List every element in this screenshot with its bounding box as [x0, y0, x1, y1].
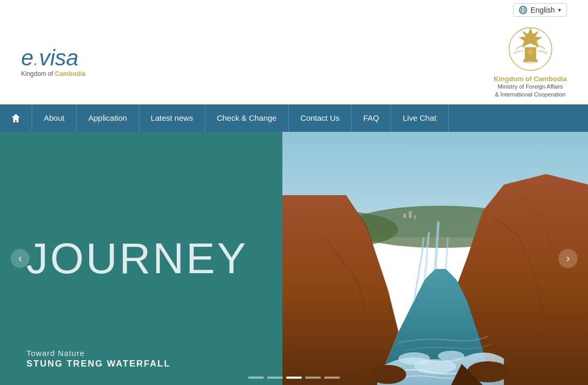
svg-rect-16 [403, 214, 405, 218]
svg-rect-18 [414, 215, 415, 219]
nav-faq[interactable]: FAQ [352, 104, 391, 132]
carousel-dot-2[interactable] [267, 377, 283, 379]
waterfall-image [282, 132, 588, 385]
svg-point-22 [369, 365, 406, 384]
site-header: e.visa Kingdom of Cambodia [0, 20, 588, 104]
royal-emblem: Kingdom of Cambodia Ministry of Foreign … [494, 25, 567, 99]
logo-subtitle: Kingdom of Cambodia [21, 70, 86, 78]
emblem-subtitle-line2: & International Cooperation [495, 91, 566, 99]
main-nav: About Application Latest news Check & Ch… [0, 104, 588, 132]
cambodia-emblem-icon [507, 25, 554, 73]
carousel-dot-4[interactable] [305, 377, 321, 379]
svg-point-9 [528, 50, 533, 54]
language-selector[interactable]: English ▾ [513, 3, 567, 17]
carousel-dots [248, 377, 340, 379]
svg-point-11 [531, 51, 532, 52]
emblem-title: Kingdom of Cambodia [494, 75, 567, 83]
site-logo[interactable]: e.visa Kingdom of Cambodia [21, 47, 86, 78]
svg-rect-17 [409, 211, 411, 218]
nav-contact-us[interactable]: Contact Us [289, 104, 352, 132]
hero-right-panel [282, 132, 588, 385]
hero-caption-subtitle: Toward Nature [26, 349, 170, 358]
svg-point-10 [529, 51, 530, 52]
logo-text: e.visa [21, 47, 86, 69]
carousel-dot-5[interactable] [324, 377, 340, 379]
lang-label: English [530, 6, 555, 14]
hero-title: JOURNEY [26, 237, 256, 280]
nav-application[interactable]: Application [77, 104, 139, 132]
globe-icon [519, 6, 527, 14]
carousel-prev-button[interactable]: ‹ [11, 249, 30, 268]
svg-rect-8 [523, 60, 537, 62]
chevron-down-icon: ▾ [558, 6, 561, 14]
hero-caption: Toward Nature STUNG TRENG WATERFALL [26, 349, 170, 369]
hero-slider: JOURNEY Toward Nature STUNG TRENG WATERF… [0, 132, 588, 385]
home-nav-button[interactable] [0, 104, 32, 132]
carousel-dot-3[interactable] [286, 377, 302, 379]
lang-bar: English ▾ [0, 0, 588, 20]
emblem-subtitle-line1: Ministry of Foreign Affairs [498, 83, 563, 91]
home-icon [11, 113, 21, 123]
hero-left-panel: JOURNEY Toward Nature STUNG TRENG WATERF… [0, 132, 282, 385]
svg-marker-6 [518, 28, 542, 47]
carousel-next-button[interactable]: › [558, 249, 577, 268]
nav-about[interactable]: About [32, 104, 77, 132]
nav-live-chat[interactable]: Live Chat [391, 104, 448, 132]
nav-latest-news[interactable]: Latest news [139, 104, 205, 132]
svg-point-21 [414, 359, 456, 374]
carousel-dot-1[interactable] [248, 377, 264, 379]
hero-caption-main: STUNG TRENG WATERFALL [26, 359, 170, 369]
nav-check-change[interactable]: Check & Change [205, 104, 289, 132]
